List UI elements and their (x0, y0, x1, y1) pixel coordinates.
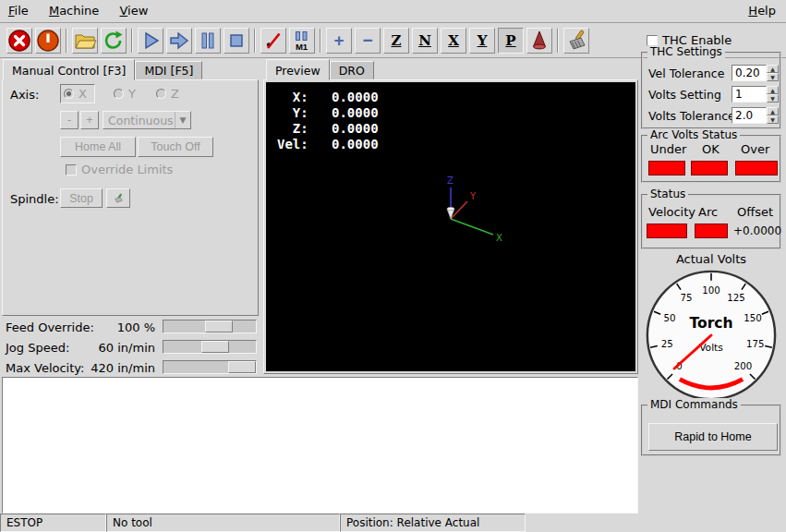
run-program-button[interactable] (138, 28, 163, 54)
view-top-z-button[interactable]: Z (383, 28, 409, 54)
menu-view[interactable]: View (111, 0, 156, 23)
statusbar-position: Position: Relative Actual (340, 514, 526, 532)
tab-dro[interactable]: DRO (330, 61, 374, 79)
thc-settings-title: THC Settings (647, 45, 725, 58)
arc-volts-status-frame: Arc Volts Status Under OK Over (641, 135, 781, 183)
axis-radio-x[interactable]: X (60, 84, 95, 103)
feed-override-handle[interactable] (205, 320, 233, 332)
svg-text:X: X (496, 233, 502, 243)
open-file-button[interactable] (72, 28, 98, 54)
arc-over-led (735, 161, 778, 175)
zoom-out-button[interactable]: − (355, 28, 381, 54)
volts-tolerance-input[interactable]: 2.0 (732, 107, 767, 124)
thc-settings-frame: THC Settings Vel Tolerance 0.20 ▲ ▼ Volt… (641, 52, 781, 129)
jog-speed-handle[interactable] (201, 341, 229, 353)
toolbar-separator (131, 29, 133, 53)
torch-volts-gauge: 0 25 50 75 100 125 150 175 200 Torch Vol… (644, 268, 779, 403)
arc-led (695, 224, 728, 238)
spindle-stop-button[interactable]: Stop (60, 188, 103, 208)
menu-machine[interactable]: Machine (41, 0, 107, 23)
volts-setting-down-arrow[interactable]: ▼ (767, 94, 779, 103)
zoom-in-button[interactable]: + (326, 28, 352, 54)
tool-cone-button[interactable] (526, 28, 552, 54)
max-velocity-slider[interactable] (163, 360, 257, 374)
override-limits-label: Override Limits (81, 163, 173, 176)
spindle-brush-icon (113, 191, 124, 206)
jog-mode-value: Continuous (108, 114, 174, 127)
preview-canvas[interactable]: X: 0.0000 Y: 0.0000 Z: 0.0000Vel: 0.0000… (266, 82, 635, 371)
vel-tolerance-input[interactable]: 0.20 (732, 65, 767, 81)
optional-pause-button[interactable]: M1 (289, 28, 315, 54)
axis-radio-z[interactable]: Z (156, 87, 179, 101)
jog-speed-value: 60 in/min (74, 341, 155, 355)
jog-mode-select[interactable]: Continuous ▼ (103, 111, 191, 129)
zoom-in-icon: + (333, 31, 344, 49)
volts-setting-label: Volts Setting (648, 88, 721, 102)
view-x-icon: X (448, 32, 459, 49)
tab-manual-control[interactable]: Manual Control [F3] (3, 59, 135, 80)
preview-panel: X: 0.0000 Y: 0.0000 Z: 0.0000Vel: 0.0000… (263, 79, 638, 374)
preview-tabrow: Preview DRO (266, 59, 374, 80)
max-velocity-handle[interactable] (228, 361, 256, 373)
open-folder-icon (73, 29, 97, 53)
volts-setting-input[interactable]: 1 (732, 86, 767, 103)
vel-tolerance-label: Vel Tolerance (648, 66, 724, 80)
statusbar-estop: ESTOP (0, 514, 106, 532)
toolbar-separator (254, 29, 256, 53)
clear-plot-button[interactable] (563, 28, 589, 54)
mdi-commands-title: MDI Commands (647, 398, 741, 411)
velocity-label: Velocity (648, 205, 695, 219)
tab-mdi[interactable]: MDI [F5] (135, 61, 202, 79)
tab-preview[interactable]: Preview (266, 59, 330, 80)
reload-icon (102, 29, 126, 53)
jog-speed-slider[interactable] (163, 340, 257, 354)
volts-tolerance-label: Volts Tolerance (648, 109, 735, 123)
view-front-y-button[interactable]: Y (469, 28, 495, 54)
svg-text:75: 75 (680, 293, 692, 303)
estop-button[interactable] (6, 28, 32, 54)
volts-setting-up-arrow[interactable]: ▲ (767, 86, 779, 94)
menu-help[interactable]: Help (740, 0, 784, 23)
reload-file-button[interactable] (101, 28, 127, 54)
home-all-button[interactable]: Home All (60, 137, 136, 157)
message-history-area[interactable] (2, 377, 638, 514)
volts-tolerance-down-arrow[interactable]: ▼ (767, 115, 779, 124)
menu-file[interactable]: File (0, 0, 37, 23)
chevron-down-icon: ▼ (175, 112, 190, 128)
rapid-to-home-button[interactable]: Rapid to Home (648, 423, 778, 451)
pause-program-button[interactable] (195, 28, 221, 54)
view-rotated-top-button[interactable]: N (412, 28, 438, 54)
vel-tolerance-down-arrow[interactable]: ▼ (767, 73, 779, 81)
axis-radio-y-label: Y (128, 87, 136, 101)
view-p-icon: P (505, 32, 515, 49)
svg-text:25: 25 (661, 339, 673, 349)
status-frame: Status Velocity Arc Offset +0.0000 (641, 194, 781, 249)
arc-volts-status-title: Arc Volts Status (647, 128, 740, 141)
origin-axes-indicator: Z Y X (405, 173, 525, 265)
machine-power-button[interactable] (35, 28, 61, 54)
touch-off-button[interactable]: Touch Off (138, 137, 213, 157)
axis-radio-y[interactable]: Y (114, 87, 136, 101)
axis-radio-x-label: X (79, 87, 87, 101)
pause-icon (196, 29, 220, 53)
optional-pause-m1-icon: M1 (290, 29, 314, 53)
jog-minus-button[interactable]: - (60, 111, 79, 129)
view-side-x-button[interactable]: X (441, 28, 466, 54)
override-limits-checkbox[interactable]: Override Limits (66, 163, 173, 176)
estop-icon (7, 29, 31, 53)
arc-under-led (648, 161, 685, 175)
view-z-icon: Z (392, 32, 402, 49)
run-icon (139, 29, 163, 53)
volts-tolerance-up-arrow[interactable]: ▲ (767, 107, 779, 115)
step-line-button[interactable] (166, 28, 192, 54)
feed-override-slider[interactable] (163, 320, 257, 333)
view-y-icon: Y (478, 32, 488, 49)
spindle-brake-button[interactable] (106, 188, 130, 208)
vel-tolerance-up-arrow[interactable]: ▲ (767, 65, 779, 73)
skip-lines-button[interactable] (260, 28, 286, 54)
stop-program-button[interactable] (224, 28, 249, 54)
toolbar-separator (320, 29, 321, 53)
toolbar-separator (557, 29, 559, 53)
view-perspective-button[interactable]: P (498, 28, 524, 54)
jog-plus-button[interactable]: + (80, 111, 99, 129)
